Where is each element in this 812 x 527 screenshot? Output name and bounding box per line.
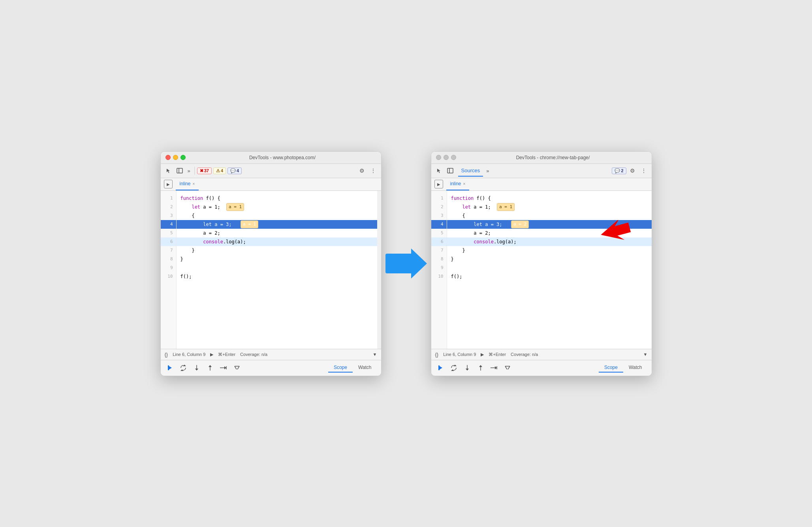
code-line-2-8: } [447,255,652,264]
code-text-2-10: f(); [451,272,462,281]
format-icon-2[interactable]: {} [435,352,439,358]
value-badge-2-4: a = 2 [511,220,529,228]
keyword-2-4: let [474,220,482,229]
code-text-2-4: a = 3; [482,220,508,229]
line-num-4: 4 [161,220,176,229]
code-line-10: f(); [177,272,377,281]
watch-tab-2[interactable]: Watch [623,363,648,373]
code-area-1: 1 2 3 4 5 6 7 8 9 10 function f() { let … [161,191,381,349]
code-text-2: a = 1; [200,203,223,211]
window-title-2: DevTools - chrome://new-tab-page/ [459,155,647,160]
minimize-button-2[interactable] [444,155,449,160]
tab-close-button-2[interactable]: × [463,182,466,186]
more-options-icon-2[interactable]: ⋮ [639,166,648,175]
tab-close-button[interactable]: × [193,182,195,186]
step-icon[interactable] [218,363,229,373]
panel-icon-2[interactable] [445,166,455,175]
cursor-icon-2[interactable] [434,166,444,175]
value-badge-2-2: a = 1 [497,203,515,211]
svg-marker-24 [466,369,469,371]
resume-icon-2[interactable] [435,363,445,373]
step-over-icon[interactable] [178,363,188,373]
warning-icon: ⚠ [216,168,220,173]
devtools-window-2: DevTools - chrome://new-tab-page/ Source… [431,151,652,376]
more-options-icon[interactable]: ⋮ [368,166,378,175]
code-line-2-10: f(); [447,272,652,281]
message-count-2: 2 [621,168,623,173]
line-num-10: 10 [161,272,176,281]
blackbox-icon[interactable] [232,363,242,373]
blackbox-icon-2[interactable] [502,363,513,373]
close-button[interactable] [165,155,171,160]
more-panels-button[interactable]: » [186,167,192,175]
minimize-button[interactable] [173,155,178,160]
line-num-2-6: 6 [431,237,447,246]
error-icon: ✖ [200,168,203,173]
step-out-icon[interactable] [205,363,215,373]
code-line-2-4: let a = 3; a = 2 [447,220,652,229]
maximize-button-2[interactable] [451,155,456,160]
code-line-6: console.log(a); [177,237,377,246]
code-indent-2 [180,203,192,211]
svg-marker-9 [209,365,212,367]
tab-bar-2: ▶ inline × [431,178,652,191]
code-line-2-1: function f() { [447,194,652,203]
run-shortcut-2: ⌘+Enter [489,352,506,357]
inline-tab[interactable]: inline × [176,178,199,190]
scope-tab[interactable]: Scope [328,363,353,373]
code-padding [177,281,377,344]
expand-icon-2[interactable]: ▼ [643,352,648,357]
svg-marker-21 [453,365,457,366]
more-panels-button-2[interactable]: » [485,167,491,175]
inline-tab-2[interactable]: inline × [446,178,470,190]
svg-marker-5 [180,369,184,371]
resume-icon[interactable] [165,363,175,373]
traffic-lights-2 [436,155,456,160]
error-badge[interactable]: ✖ 37 [197,168,212,174]
cursor-icon[interactable] [164,166,173,175]
line-num-1: 1 [161,194,176,203]
toolbar-2: Sources » 💬 2 ⚙ ⋮ [431,164,652,178]
watch-tab[interactable]: Watch [353,363,377,373]
close-button-2[interactable] [436,155,441,160]
separator [194,167,195,175]
line-num-2-1: 1 [431,194,447,203]
position-label: Line 6, Column 9 [173,352,205,357]
sources-tab[interactable]: Sources [458,165,483,177]
bottom-tabs-2: Scope Watch [599,363,648,373]
message-badge-2[interactable]: 💬 2 [612,168,626,174]
panel-icon[interactable] [175,166,184,175]
run-icon-2[interactable]: ▶ [434,180,443,188]
message-badge[interactable]: 💬 4 [227,168,242,174]
line-numbers-1: 1 2 3 4 5 6 7 8 9 10 [161,191,177,349]
keyword-2-1: function [451,194,474,203]
step-into-icon-2[interactable] [462,363,472,373]
step-over-icon-2[interactable] [449,363,459,373]
svg-marker-7 [195,369,198,371]
scrollbar-1[interactable] [377,191,381,349]
step-icon-2[interactable] [489,363,499,373]
maximize-button[interactable] [180,155,186,160]
run-label: ▶ [210,352,213,357]
error-count: 37 [204,168,209,173]
run-icon[interactable]: ▶ [164,180,173,188]
code-text-4: a = 3; [212,220,237,229]
settings-icon-2[interactable]: ⚙ [628,166,637,175]
format-icon[interactable]: {} [165,352,168,358]
line-num-2-2: 2 [431,203,447,211]
warning-badge[interactable]: ⚠ 4 [213,168,226,174]
message-count: 4 [237,168,239,173]
line-num-2: 2 [161,203,176,211]
step-into-icon[interactable] [192,363,202,373]
window-title-1: DevTools - www.photopea.com/ [189,155,376,160]
position-label-2: Line 6, Column 9 [443,352,476,357]
keyword-1: function [180,194,203,203]
settings-icon[interactable]: ⚙ [357,166,367,175]
code-indent-4 [180,220,203,229]
bottom-tabs-1: Scope Watch [328,363,377,373]
expand-icon[interactable]: ▼ [373,352,377,357]
step-out-icon-2[interactable] [476,363,486,373]
arrow-body [385,254,411,273]
scope-tab-2[interactable]: Scope [599,363,623,373]
code-padding-2 [447,281,652,344]
